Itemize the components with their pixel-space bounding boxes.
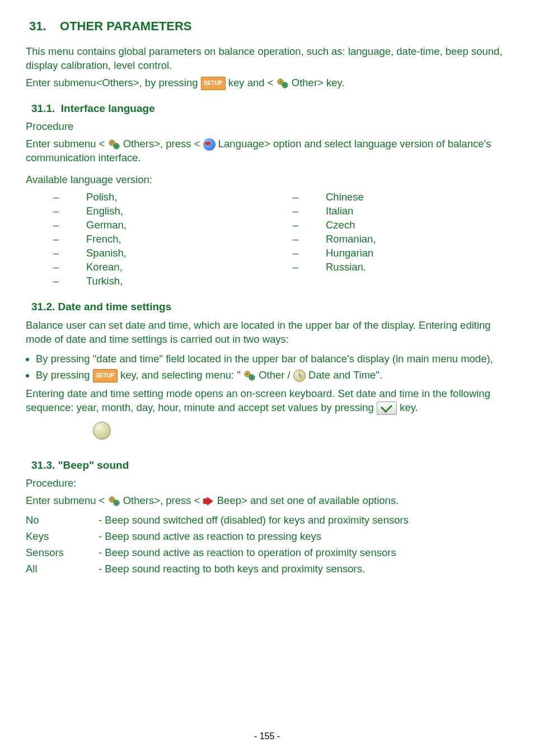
text: key and < xyxy=(228,77,274,88)
language-list: –Polish, –English, –German, –French, –Sp… xyxy=(26,190,505,288)
dash: – xyxy=(26,232,86,246)
gears-icon xyxy=(243,370,256,381)
beep-options-table: No - Beep sound switched off (disabled) … xyxy=(26,511,409,578)
subsection-title: Date and time settings xyxy=(58,301,172,312)
language-item: Romanian, xyxy=(326,232,376,246)
text: key, and selecting menu: " xyxy=(120,369,241,381)
svg-point-7 xyxy=(115,146,117,147)
sub2-paragraph-3: Entering date and time setting mode open… xyxy=(26,387,505,415)
text: Others>, press < xyxy=(123,138,203,150)
svg-point-5 xyxy=(111,142,113,144)
section-title-text: OTHER PARAMETERS xyxy=(60,19,192,33)
setup-key-icon: SETUP xyxy=(93,369,118,382)
sub3-paragraph: Enter submenu < Others>, press < Beep> a… xyxy=(26,494,505,508)
page-number: - 155 - xyxy=(0,730,534,743)
text: Other> key. xyxy=(292,77,345,88)
subsection-31-2: 31.2. Date and time settings xyxy=(31,300,505,314)
procedure-label: Procedure xyxy=(26,120,505,134)
dash: – xyxy=(265,190,326,204)
check-key-icon xyxy=(377,402,397,415)
svg-point-3 xyxy=(284,84,285,86)
language-item: Italian xyxy=(326,204,353,218)
language-item: English, xyxy=(86,204,123,218)
dash: – xyxy=(26,204,86,218)
dash: – xyxy=(265,232,326,246)
text: Enter submenu<Others>, by pressing xyxy=(26,77,201,88)
text: By pressing xyxy=(36,369,93,381)
language-item: German, xyxy=(86,218,127,232)
svg-point-13 xyxy=(111,499,113,501)
subsection-title: "Beep" sound xyxy=(58,459,129,471)
language-item: Polish, xyxy=(86,190,118,204)
beep-option-value: - Beep sound switched off (disabled) for… xyxy=(99,514,409,528)
beep-option-value: - Beep sound reacting to both keys and p… xyxy=(99,562,409,576)
text: key. xyxy=(400,402,418,413)
svg-point-15 xyxy=(115,502,117,504)
svg-point-1 xyxy=(279,81,281,82)
language-item: Czech xyxy=(326,218,355,232)
beep-option-key: Keys xyxy=(26,530,99,544)
text: Other / xyxy=(259,369,293,381)
section-title: 31. OTHER PARAMETERS xyxy=(29,18,505,35)
beep-option-key: All xyxy=(26,562,99,576)
subsection-31-3: 31.3. "Beep" sound xyxy=(31,458,505,473)
dash: – xyxy=(265,246,326,260)
clock-icon xyxy=(93,422,111,440)
language-item: French, xyxy=(86,232,121,246)
dash: – xyxy=(26,260,86,274)
dash: – xyxy=(26,218,86,232)
gears-icon xyxy=(108,139,120,150)
section-number: 31. xyxy=(29,19,46,33)
intro-paragraph-1: This menu contains global parameters on … xyxy=(26,45,505,73)
gears-icon xyxy=(108,496,120,507)
gears-icon xyxy=(277,78,289,89)
bullet-1: By pressing "date and time" field locate… xyxy=(36,352,505,366)
beep-option-key: Sensors xyxy=(26,546,99,560)
beep-option-key: No xyxy=(26,514,99,528)
text: Beep> and set one of available options. xyxy=(217,494,399,506)
language-item: Russian. xyxy=(326,260,366,274)
dash: – xyxy=(26,190,86,204)
text: Date and Time". xyxy=(308,369,382,381)
language-item: Korean, xyxy=(86,260,123,274)
procedure-label: Procedure: xyxy=(26,477,505,491)
language-item: Hungarian xyxy=(326,246,373,260)
language-item: Spanish, xyxy=(86,246,127,260)
beep-option-value: - Beep sound active as reaction to press… xyxy=(99,530,409,544)
intro-paragraph-2: Enter submenu<Others>, by pressing SETUP… xyxy=(26,76,505,90)
bullet-2: By pressing SETUP key, and selecting men… xyxy=(36,368,505,382)
available-language-label: Available language version: xyxy=(26,173,505,187)
text: Enter submenu < xyxy=(26,494,105,506)
subsection-number: 31.3. xyxy=(31,459,55,471)
subsection-title: Interface language xyxy=(61,102,155,114)
text: Others>, press < xyxy=(123,494,203,506)
text: Enter submenu < xyxy=(26,138,105,150)
beep-option-value: - Beep sound active as reaction to opera… xyxy=(99,546,409,560)
svg-point-9 xyxy=(247,373,249,375)
dash: – xyxy=(265,260,326,274)
subsection-number: 31.2. xyxy=(31,301,55,312)
subsection-31-1: 31.1. Interface language xyxy=(31,101,505,116)
dash: – xyxy=(265,204,326,218)
sub2-paragraph-1: Balance user can set date and time, whic… xyxy=(26,319,505,347)
text: Entering date and time setting mode open… xyxy=(26,388,490,413)
horn-icon xyxy=(203,497,214,506)
sub1-paragraph: Enter submenu < Others>, press < Languag… xyxy=(26,137,505,165)
dash: – xyxy=(26,246,86,260)
language-item: Turkish, xyxy=(86,274,123,288)
globe-icon xyxy=(203,138,216,151)
setup-key-icon: SETUP xyxy=(201,77,226,90)
sub2-bullet-list: By pressing "date and time" field locate… xyxy=(26,352,505,382)
language-item: Chinese xyxy=(326,190,364,204)
clock-icon xyxy=(293,370,306,382)
dash: – xyxy=(265,218,326,232)
dash: – xyxy=(26,274,86,288)
subsection-number: 31.1. xyxy=(31,102,55,114)
svg-point-11 xyxy=(251,376,253,378)
